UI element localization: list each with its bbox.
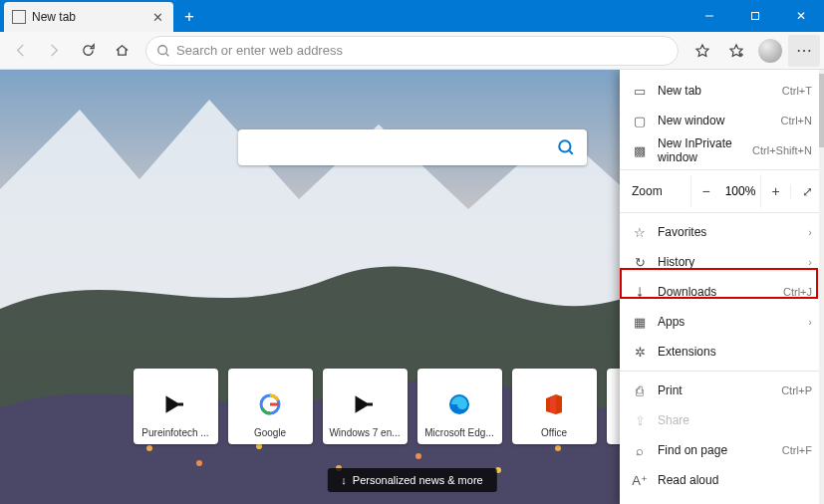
menu-favorites[interactable]: ☆ Favorites ›: [620, 217, 824, 247]
maximize-button[interactable]: [732, 0, 778, 32]
svg-point-13: [555, 445, 561, 451]
tile-label: Google: [254, 427, 286, 438]
chevron-right-icon: ›: [808, 316, 812, 328]
refresh-button[interactable]: [72, 35, 104, 67]
top-sites-tiles: Pureinfotech ...GoogleWindows 7 en...Mic…: [134, 369, 691, 444]
top-site-tile[interactable]: Microsoft Edg...: [417, 369, 502, 444]
bing-search-box[interactable]: [238, 129, 587, 165]
search-icon: [156, 44, 170, 58]
settings-more-menu: ▭ New tab Ctrl+T ▢ New window Ctrl+N ▩ N…: [620, 70, 824, 504]
browser-toolbar: Search or enter web address ⋯: [0, 32, 824, 70]
chevron-right-icon: ›: [808, 226, 812, 238]
menu-downloads[interactable]: ⭳ Downloads Ctrl+J: [620, 277, 824, 307]
svg-line-17: [569, 150, 572, 153]
menu-read-aloud[interactable]: A⁺ Read aloud: [620, 465, 824, 495]
tab-favicon: [12, 10, 26, 24]
menu-zoom-row: Zoom − 100% + ⤢: [620, 174, 824, 208]
history-icon: ↻: [632, 255, 648, 270]
top-site-tile[interactable]: Google: [228, 369, 313, 444]
minimize-button[interactable]: [687, 0, 732, 32]
zoom-label: Zoom: [632, 184, 690, 198]
svg-point-2: [158, 45, 167, 54]
svg-point-8: [196, 460, 202, 466]
window-icon: ▢: [632, 114, 648, 128]
back-button[interactable]: [4, 35, 36, 67]
chevron-right-icon: ›: [808, 256, 812, 268]
top-site-tile[interactable]: Office: [512, 369, 597, 444]
news-button-label: Personalized news & more: [353, 474, 483, 486]
browser-tab[interactable]: New tab ✕: [4, 2, 173, 32]
forward-button[interactable]: [38, 35, 70, 67]
svg-point-11: [415, 453, 421, 459]
tile-label: Office: [541, 427, 567, 438]
window-titlebar: New tab ✕ + ✕: [0, 0, 824, 32]
home-button[interactable]: [106, 35, 137, 67]
menu-history[interactable]: ↻ History ›: [620, 247, 824, 277]
menu-separator: [620, 169, 824, 170]
favorite-star-button[interactable]: [687, 35, 718, 67]
share-icon: ⇪: [632, 413, 648, 428]
menu-more-tools[interactable]: More tools ›: [620, 495, 824, 504]
menu-separator: [620, 212, 824, 213]
new-tab-button[interactable]: +: [175, 3, 203, 31]
tab-icon: ▭: [632, 84, 648, 99]
tile-label: Windows 7 en...: [329, 427, 400, 438]
edge-icon: [446, 391, 472, 417]
star-icon: ☆: [632, 225, 648, 240]
svg-rect-1: [752, 13, 759, 20]
top-site-tile[interactable]: Pureinfotech ...: [134, 369, 218, 444]
search-icon: [557, 138, 575, 156]
window-controls: ✕: [687, 0, 824, 32]
omnibox-placeholder: Search or enter web address: [176, 43, 343, 58]
close-tab-icon[interactable]: ✕: [149, 9, 165, 25]
svg-line-3: [166, 53, 169, 56]
zoom-percentage: 100%: [720, 184, 760, 198]
menu-apps[interactable]: ▦ Apps ›: [620, 307, 824, 337]
zoom-out-button[interactable]: −: [690, 174, 720, 208]
menu-new-window[interactable]: ▢ New window Ctrl+N: [620, 106, 824, 135]
tile-label: Pureinfotech ...: [141, 427, 208, 438]
read-aloud-icon: A⁺: [632, 473, 648, 488]
extensions-icon: ✲: [632, 345, 648, 360]
arrow-icon: [162, 391, 188, 417]
inprivate-icon: ▩: [632, 143, 648, 158]
find-icon: ⌕: [632, 443, 648, 458]
menu-new-tab[interactable]: ▭ New tab Ctrl+T: [620, 76, 824, 106]
menu-new-inprivate[interactable]: ▩ New InPrivate window Ctrl+Shift+N: [620, 135, 824, 165]
download-icon: ⭳: [632, 285, 648, 300]
profile-avatar[interactable]: [758, 39, 782, 63]
office-icon: [541, 391, 567, 417]
menu-print[interactable]: ⎙ Print Ctrl+P: [620, 376, 824, 405]
tile-label: Microsoft Edg...: [424, 427, 493, 438]
top-site-tile[interactable]: Windows 7 en...: [323, 369, 408, 444]
tab-title: New tab: [32, 10, 149, 24]
address-bar[interactable]: Search or enter web address: [145, 36, 679, 66]
menu-find-on-page[interactable]: ⌕ Find on page Ctrl+F: [620, 435, 824, 465]
google-icon: [257, 391, 283, 417]
personalized-news-button[interactable]: ↓ Personalized news & more: [327, 468, 496, 492]
apps-icon: ▦: [632, 315, 648, 330]
svg-point-16: [559, 140, 570, 151]
menu-share: ⇪ Share: [620, 405, 824, 435]
favorites-bar-button[interactable]: [720, 35, 752, 67]
menu-extensions[interactable]: ✲ Extensions: [620, 337, 824, 367]
new-tab-page: Pureinfotech ...GoogleWindows 7 en...Mic…: [0, 70, 824, 504]
print-icon: ⎙: [632, 383, 648, 398]
svg-point-7: [146, 445, 152, 451]
zoom-in-button[interactable]: +: [760, 174, 790, 208]
close-window-button[interactable]: ✕: [778, 0, 824, 32]
down-arrow-icon: ↓: [341, 474, 347, 486]
settings-menu-button[interactable]: ⋯: [788, 35, 820, 67]
menu-separator: [620, 371, 824, 372]
arrow-icon: [352, 391, 378, 417]
